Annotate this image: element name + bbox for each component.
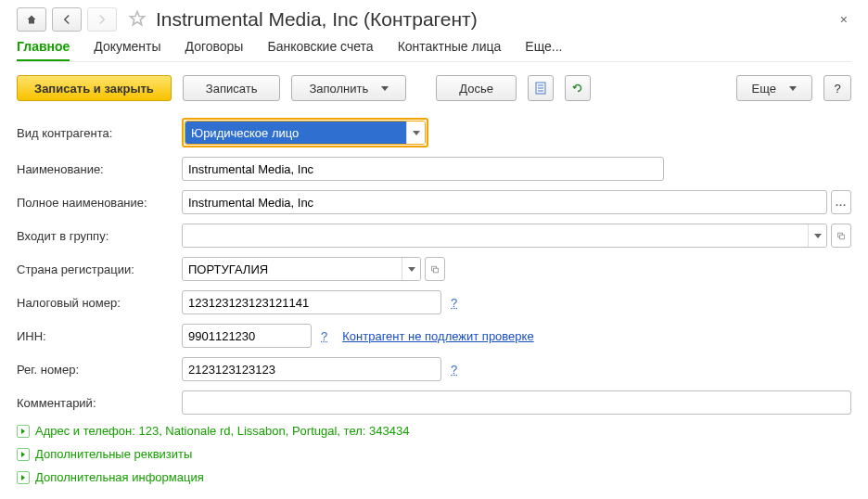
back-button[interactable]	[52, 7, 82, 32]
inn-hint-icon[interactable]: ?	[321, 329, 327, 343]
forward-button[interactable]	[87, 7, 117, 32]
label-tax-number: Налоговый номер:	[17, 296, 182, 310]
section-address-phone[interactable]: Адрес и телефон: 123, Nationale rd, Liss…	[17, 424, 851, 438]
inn-input[interactable]	[182, 324, 312, 348]
reg-number-input[interactable]	[182, 357, 441, 381]
dossier-button[interactable]: Досье	[436, 75, 517, 101]
document-icon-button[interactable]	[528, 75, 554, 101]
country-combo[interactable]	[183, 258, 402, 280]
section-additional-info-label: Дополнительная информация	[35, 470, 204, 484]
tab-bar: Главное Документы Договоры Банковские сч…	[17, 39, 851, 62]
toolbar: Записать и закрыть Записать Заполнить До…	[17, 75, 851, 101]
tax-number-input[interactable]	[182, 290, 441, 314]
favorite-star-icon[interactable]	[128, 9, 147, 31]
country-open-button[interactable]	[425, 257, 445, 281]
section-address-label: Адрес и телефон: 123, Nationale rd, Liss…	[35, 424, 409, 438]
group-open-button[interactable]	[831, 224, 851, 248]
tax-number-hint-icon[interactable]: ?	[451, 296, 457, 310]
help-button[interactable]: ?	[823, 75, 851, 101]
tab-contacts[interactable]: Контактные лица	[398, 39, 502, 61]
expand-arrow-icon	[17, 471, 30, 484]
name-input[interactable]	[182, 157, 664, 181]
tab-contracts[interactable]: Договоры	[185, 39, 244, 61]
svg-rect-5	[840, 235, 845, 239]
reg-number-hint-icon[interactable]: ?	[451, 363, 457, 377]
label-inn: ИНН:	[17, 329, 182, 343]
dropdown-arrow-icon[interactable]	[808, 224, 826, 247]
label-reg-number: Рег. номер:	[17, 363, 182, 377]
contractor-type-combo[interactable]	[185, 122, 406, 144]
save-button[interactable]: Записать	[183, 75, 281, 101]
tab-documents[interactable]: Документы	[94, 39, 160, 61]
tab-more[interactable]: Еще...	[525, 39, 562, 61]
refresh-icon-button[interactable]	[565, 75, 591, 101]
dropdown-arrow-icon[interactable]	[406, 122, 425, 144]
section-additional-props[interactable]: Дополнительные реквизиты	[17, 447, 851, 461]
comment-input[interactable]	[182, 390, 851, 415]
titlebar: Instrumental Media, Inc (Контрагент) ×	[17, 7, 851, 32]
section-additional-info[interactable]: Дополнительная информация	[17, 470, 851, 484]
page-title: Instrumental Media, Inc (Контрагент)	[156, 8, 478, 31]
tab-main[interactable]: Главное	[17, 39, 70, 61]
save-and-close-button[interactable]: Записать и закрыть	[17, 75, 172, 101]
expand-arrow-icon	[17, 448, 30, 461]
group-combo[interactable]	[183, 224, 808, 247]
dropdown-arrow-icon[interactable]	[402, 258, 420, 280]
label-comment: Комментарий:	[17, 396, 182, 410]
expand-arrow-icon	[17, 425, 30, 438]
label-name: Наименование:	[17, 162, 182, 176]
home-button[interactable]	[17, 7, 46, 32]
label-group: Входит в группу:	[17, 229, 182, 243]
fill-button[interactable]: Заполнить	[291, 75, 406, 101]
svg-rect-7	[434, 268, 439, 273]
fullname-lookup-button[interactable]: ...	[831, 190, 851, 214]
label-fullname: Полное наименование:	[17, 196, 182, 210]
section-additional-props-label: Дополнительные реквизиты	[35, 447, 192, 461]
fullname-input[interactable]	[182, 190, 827, 214]
inn-check-link[interactable]: Контрагент не подлежит проверке	[342, 329, 533, 343]
label-country: Страна регистрации:	[17, 262, 182, 276]
close-button[interactable]: ×	[836, 12, 851, 27]
contractor-type-focus-frame	[182, 118, 428, 147]
tab-bank-accounts[interactable]: Банковские счета	[267, 39, 373, 61]
label-contractor-type: Вид контрагента:	[17, 126, 182, 140]
more-actions-button[interactable]: Еще	[736, 75, 812, 101]
main-form: Вид контрагента: Наименование: Полное на…	[17, 118, 851, 484]
